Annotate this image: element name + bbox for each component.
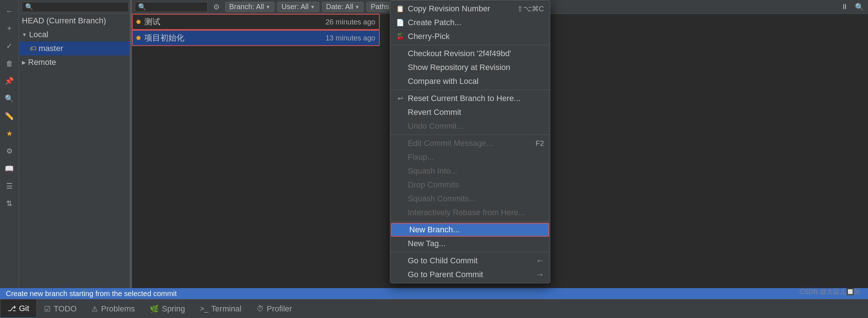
copy-revision-shortcut: ⇧⌥⌘C: [517, 4, 544, 13]
pause-icon[interactable]: ⏸: [839, 1, 851, 13]
cherry-pick-icon: 🍒: [396, 32, 404, 40]
git-tab-label: Git: [19, 304, 29, 313]
tab-spring[interactable]: 🌿 Spring: [142, 299, 193, 318]
remote-group-label: Remote: [28, 58, 56, 67]
terminal-tab-icon: >_: [200, 305, 208, 313]
profiler-tab-icon: ⏱: [257, 305, 264, 313]
menu-item-undo-commit: Undo Commit...: [390, 119, 550, 133]
menu-item-checkout-revision[interactable]: Checkout Revision '2f4f49bd': [390, 47, 550, 61]
menu-label-compare: Compare with Local: [408, 77, 478, 86]
menu-label-squash-into: Squash Into...: [408, 166, 457, 176]
book-icon[interactable]: 📖: [2, 161, 17, 176]
divider-4: [390, 221, 550, 221]
terminal-tab-label: Terminal: [211, 304, 242, 314]
divider-2: [390, 90, 550, 90]
remote-group-item[interactable]: ▶ Remote: [19, 55, 132, 69]
menu-item-new-branch[interactable]: New Branch...: [391, 223, 549, 237]
commit-row[interactable]: 测试 26 minutes ago: [132, 14, 380, 30]
commit-list: 测试 26 minutes ago 项目初始化 13 minutes ago: [132, 14, 380, 313]
local-group-label: Local: [29, 30, 48, 39]
menu-item-copy-revision[interactable]: 📋 Copy Revision Number ⇧⌥⌘C: [390, 2, 550, 16]
spring-tab-label: Spring: [162, 304, 185, 314]
goto-parent-arrow: →: [536, 270, 544, 279]
menu-item-squash-commits: Squash Commits...: [390, 192, 550, 206]
menu-label-squash-commits: Squash Commits...: [408, 194, 476, 203]
divider-3: [390, 135, 550, 135]
menu-item-goto-child[interactable]: Go to Child Commit ←: [390, 254, 550, 268]
menu-item-squash-into: Squash Into...: [390, 164, 550, 178]
settings-icon[interactable]: ⚙: [211, 1, 222, 13]
menu-label-rebase: Interactively Rebase from Here...: [408, 208, 525, 217]
remote-expand-icon: ▶: [22, 59, 26, 65]
commit-time: 13 minutes ago: [325, 34, 375, 42]
branch-filter-label: Branch: All: [229, 3, 264, 11]
commit-dot: [136, 36, 141, 40]
head-branch-label: HEAD (Current Branch): [22, 16, 106, 26]
menu-item-new-tag[interactable]: New Tag...: [390, 237, 550, 251]
tab-problems[interactable]: ⚠ Problems: [84, 299, 142, 318]
bottom-toolbar: ⎇ Git ☑ TODO ⚠ Problems 🌿 Spring >_ Term…: [0, 299, 868, 318]
goto-child-arrow: ←: [536, 256, 544, 265]
tab-terminal[interactable]: >_ Terminal: [193, 299, 249, 318]
star-icon[interactable]: ★: [2, 126, 17, 141]
menu-item-goto-parent[interactable]: Go to Parent Commit →: [390, 268, 550, 282]
pen-icon[interactable]: ✏️: [2, 109, 17, 123]
menu-item-fixup: Fixup...: [390, 150, 550, 164]
menu-label-show-repo: Show Repository at Revision: [408, 63, 510, 72]
menu-label-fixup: Fixup...: [408, 152, 434, 162]
menu-item-reset-branch[interactable]: ↩ Reset Current Branch to Here...: [390, 92, 550, 105]
profiler-tab-label: Profiler: [267, 304, 292, 314]
commit-dot: [136, 20, 141, 24]
menu-label-drop: Drop Commits: [408, 180, 459, 190]
menu-item-cherry-pick[interactable]: 🍒 Cherry-Pick: [390, 30, 550, 43]
watermark: CSDN @大蒜儿🔲区: [799, 287, 861, 296]
date-filter[interactable]: Date: All ▼: [322, 2, 364, 12]
branch-filter[interactable]: Branch: All ▼: [225, 2, 274, 12]
create-patch-icon: 📄: [396, 19, 404, 27]
pin-icon[interactable]: 📌: [2, 74, 17, 88]
branch-filter-caret: ▼: [266, 4, 271, 10]
tab-profiler[interactable]: ⏱ Profiler: [249, 299, 300, 318]
tab-todo[interactable]: ☑ TODO: [37, 299, 84, 318]
divider-1: [390, 45, 550, 45]
branch-tag-icon: 🏷: [30, 45, 36, 53]
menu-label-create-patch: Create Patch...: [408, 18, 461, 27]
gear-icon[interactable]: ⚙: [2, 144, 17, 158]
menu-item-edit-message: Edit Commit Message... F2: [390, 136, 550, 150]
add-icon[interactable]: +: [2, 21, 17, 36]
menu-label-revert: Revert Commit: [408, 108, 461, 117]
head-branch-item[interactable]: HEAD (Current Branch): [19, 14, 132, 28]
watermark-text: CSDN @大蒜儿🔲区: [799, 288, 861, 295]
menu-label-undo: Undo Commit...: [408, 121, 464, 131]
branch-search-icon: 🔍: [25, 3, 33, 11]
commit-row[interactable]: 项目初始化 13 minutes ago: [132, 30, 380, 46]
menu-item-compare-local[interactable]: Compare with Local: [390, 74, 550, 88]
master-branch-item[interactable]: 🏷 master: [19, 42, 132, 55]
menu-label-new-branch: New Branch...: [409, 225, 460, 234]
local-group-item[interactable]: ▼ Local: [19, 28, 132, 42]
user-filter[interactable]: User: All ▼: [277, 2, 319, 12]
menu-label-copy-revision: Copy Revision Number: [408, 4, 490, 13]
menu-item-create-patch[interactable]: 📄 Create Patch...: [390, 16, 550, 30]
reset-icon: ↩: [396, 94, 404, 102]
search-icon[interactable]: 🔍: [2, 91, 17, 106]
menu-label-cherry-pick: Cherry-Pick: [408, 32, 450, 41]
check-icon[interactable]: ✓: [2, 39, 17, 53]
header-search-icon[interactable]: 🔍: [853, 1, 865, 13]
list-icon[interactable]: ☰: [2, 179, 17, 193]
branch-search-input[interactable]: 🔍: [22, 2, 129, 12]
delete-icon[interactable]: 🗑: [2, 56, 17, 71]
back-icon[interactable]: ←: [2, 4, 17, 18]
tab-git[interactable]: ⎇ Git: [0, 299, 37, 318]
commit-search-icon: 🔍: [138, 3, 146, 11]
left-sidebar: ← + ✓ 🗑 📌 🔍 ✏️ ★ ⚙ 📖 ☰ ⇅: [0, 0, 19, 299]
user-filter-label: User: All: [281, 3, 308, 11]
menu-label-goto-parent: Go to Parent Commit: [408, 270, 483, 279]
commit-search-input[interactable]: 🔍: [135, 2, 208, 12]
sort-icon[interactable]: ⇅: [2, 196, 17, 211]
user-filter-caret: ▼: [310, 4, 315, 10]
problems-tab-icon: ⚠: [91, 305, 98, 313]
menu-label-reset: Reset Current Branch to Here...: [408, 94, 520, 103]
menu-item-revert[interactable]: Revert Commit: [390, 105, 550, 119]
menu-item-show-repo[interactable]: Show Repository at Revision: [390, 61, 550, 74]
